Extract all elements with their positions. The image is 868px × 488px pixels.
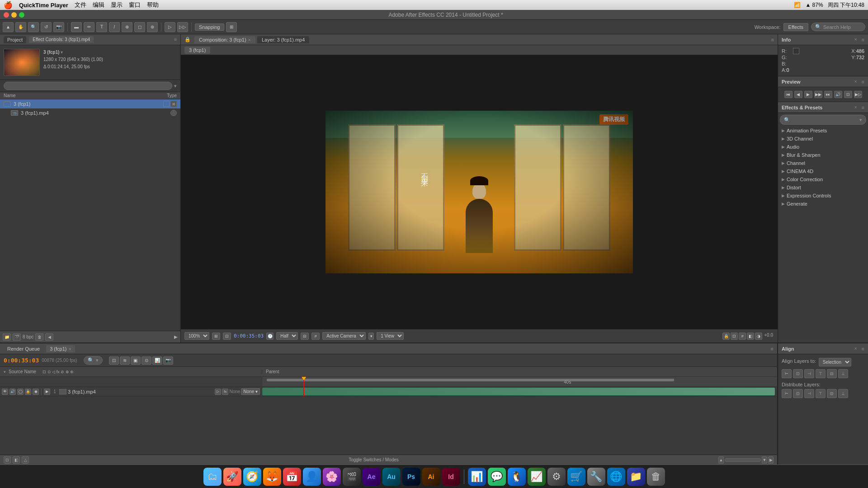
preview-loop[interactable]: 🔊	[834, 91, 842, 98]
menu-item-edit[interactable]: 编辑	[93, 1, 104, 9]
zoom-slider[interactable]	[725, 458, 761, 462]
align-to-selector[interactable]: Selection	[819, 358, 851, 366]
align-panel-close[interactable]: ×	[854, 346, 857, 351]
solo-btn[interactable]: ⊡	[109, 357, 119, 365]
align-left[interactable]: ⊢	[782, 369, 792, 378]
tool-rect[interactable]: ▬	[71, 22, 82, 32]
tool-eraser[interactable]: ◻	[134, 22, 145, 32]
category-expression-controls[interactable]: ▶ Expression Controls	[778, 192, 868, 200]
camera-options[interactable]: ▾	[368, 333, 374, 340]
info-panel-menu[interactable]: ≡	[862, 37, 864, 42]
res-btn2[interactable]: ⊟	[301, 333, 309, 340]
timeline-empty-area[interactable]	[0, 397, 777, 455]
compose-btn[interactable]: ◧	[13, 456, 20, 464]
viewer-options[interactable]: ≡	[771, 37, 774, 42]
track-visibility[interactable]: 👁	[2, 389, 8, 395]
scroll-down-btn[interactable]: ▼	[762, 456, 767, 464]
track-audio[interactable]: 🔊	[9, 389, 16, 395]
close-button[interactable]	[4, 12, 9, 18]
menu-item-help[interactable]: 帮助	[147, 1, 159, 9]
dock-launchpad[interactable]: 🚀	[223, 468, 241, 486]
snapping-toggle[interactable]: Snapping	[195, 23, 224, 31]
track-fx2[interactable]: fx	[222, 389, 228, 395]
dock-misc1[interactable]: 🔧	[587, 468, 605, 486]
effects-search-input[interactable]	[792, 116, 858, 123]
tool-clone[interactable]: ⊕	[122, 22, 132, 32]
align-top[interactable]: ⊤	[816, 369, 826, 378]
scroll-up-btn[interactable]: ▲	[718, 456, 724, 464]
dock-iphoto[interactable]: 🌸	[323, 468, 341, 486]
dock-safari[interactable]: 🧭	[243, 468, 261, 486]
menu-item-window[interactable]: 窗口	[129, 1, 141, 9]
dock-appstore[interactable]: 🛒	[567, 468, 585, 486]
grid-btn[interactable]: #	[311, 333, 320, 340]
preview-ram[interactable]: ⊡	[844, 91, 852, 98]
effects-panel-menu[interactable]: ≡	[862, 105, 864, 110]
category-audio[interactable]: ▶ Audio	[778, 143, 868, 151]
track-solo[interactable]: ◯	[17, 389, 24, 395]
category-cinema4d[interactable]: ▶ CINEMA 4D	[778, 167, 868, 175]
align-center-v[interactable]: ⊟	[827, 369, 837, 378]
dist-center-h[interactable]: ⊡	[793, 389, 803, 398]
category-animation-presets[interactable]: ▶ Animation Presets	[778, 127, 868, 135]
left-panel-close[interactable]: ≡	[174, 37, 177, 42]
comp-tab-close[interactable]: ×	[248, 37, 251, 42]
preview-panel-menu[interactable]: ≡	[862, 79, 864, 84]
tool-hand[interactable]: ✋	[15, 22, 26, 32]
preview-play[interactable]: ▶	[804, 91, 812, 98]
tab-render-queue[interactable]: Render Queue	[4, 345, 43, 352]
tab-project[interactable]: Project	[4, 36, 26, 43]
dist-bottom[interactable]: ⊥	[838, 389, 848, 398]
draft-btn[interactable]: ▣	[131, 357, 141, 365]
viewer-content[interactable]: 腾讯视频 不 别 求 来	[181, 55, 778, 329]
tool-pen[interactable]: ✏	[84, 22, 94, 32]
ruler-right[interactable]: 40s	[262, 377, 777, 386]
tool-brush[interactable]: /	[109, 22, 120, 32]
tool-text[interactable]: T	[96, 22, 107, 32]
dock-keynote[interactable]: 📊	[468, 468, 486, 486]
menu-item-app[interactable]: QuickTime Player	[19, 2, 68, 9]
dist-center-v[interactable]: ⊟	[827, 389, 837, 398]
list-item[interactable]: 3 (fcp1) ⊞	[0, 99, 180, 108]
preview-to-end[interactable]: ⏭	[824, 91, 832, 98]
category-distort[interactable]: ▶ Distort	[778, 183, 868, 192]
preview-step-back[interactable]: ◀	[794, 91, 802, 98]
tool-select[interactable]: ▲	[3, 22, 14, 32]
dist-right[interactable]: ⊣	[804, 389, 814, 398]
view-count-selector[interactable]: 1 View	[377, 332, 404, 340]
workspace-dropdown[interactable]: Effects	[783, 23, 808, 31]
tab-effect-controls[interactable]: Effect Controls: 3 (fcp1).mp4	[29, 36, 94, 43]
track-parent-selector[interactable]: None ▾	[241, 388, 260, 395]
nav-back[interactable]: ◀	[45, 333, 53, 341]
track-expand[interactable]: ▶	[44, 389, 50, 395]
quality-selector[interactable]: Half	[276, 332, 298, 340]
align-panel-menu[interactable]: ≡	[862, 346, 864, 352]
delete-btn[interactable]: 🗑	[35, 333, 43, 341]
effects-panel-close[interactable]: ×	[854, 105, 857, 110]
dock-audition[interactable]: Au	[382, 468, 401, 486]
preview-play-audio[interactable]: ▶▶	[814, 91, 822, 98]
menu-item-view[interactable]: 显示	[111, 1, 123, 9]
category-color-correction[interactable]: ▶ Color Correction	[778, 175, 868, 183]
toggle-switches-btn[interactable]: ⊡	[4, 456, 11, 464]
preview-panel-close[interactable]: ×	[854, 79, 857, 84]
category-channel[interactable]: ▶ Channel	[778, 159, 868, 167]
comp-timeline-close[interactable]: ×	[68, 346, 71, 352]
dock-finder2[interactable]: 📁	[627, 468, 645, 486]
minimize-button[interactable]	[11, 12, 17, 18]
category-generate[interactable]: ▶ Generate	[778, 200, 868, 208]
align-bottom[interactable]: ⊥	[838, 369, 848, 378]
exposure-btn[interactable]: ◑	[755, 333, 762, 340]
dock-trash[interactable]: 🗑	[647, 468, 665, 486]
tool-camera[interactable]: 📷	[53, 22, 64, 32]
chart-btn[interactable]: 📊	[152, 357, 162, 365]
tab-composition[interactable]: Composition: 3 (fcp1) ×	[194, 36, 255, 43]
dock-calendar[interactable]: 📅	[283, 468, 301, 486]
dock-indesign[interactable]: Id	[442, 468, 460, 486]
new-folder-btn[interactable]: 📁	[3, 333, 11, 341]
tab-comp-timeline[interactable]: 3 (fcp1) ×	[46, 345, 75, 352]
dock-globe[interactable]: 🌐	[607, 468, 625, 486]
align-right[interactable]: ⊣	[804, 369, 814, 378]
item-options[interactable]: ⊞	[170, 101, 177, 107]
align-center-h[interactable]: ⊡	[793, 369, 803, 378]
